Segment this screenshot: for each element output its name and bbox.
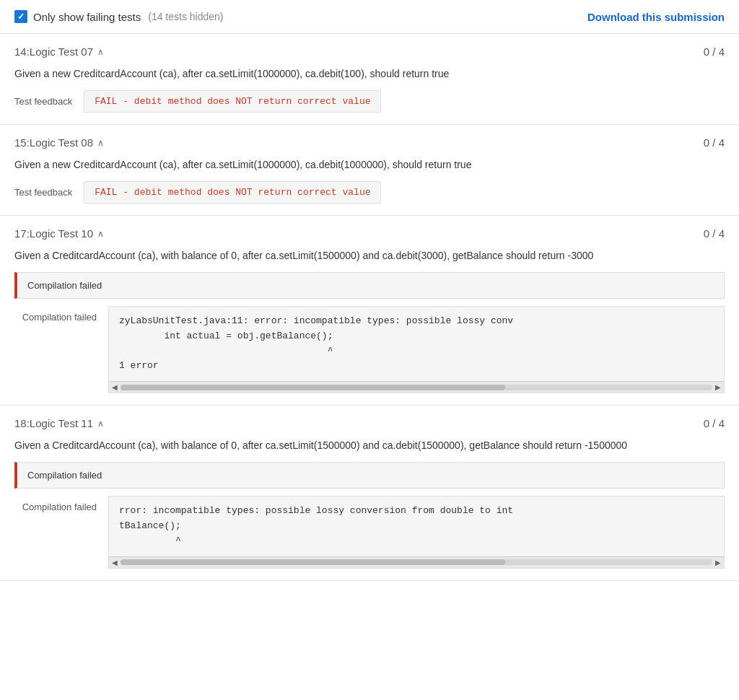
compilation-failed-bar-17: Compilation failed xyxy=(14,272,725,299)
feedback-row-14: Test feedback FAIL - debit method does N… xyxy=(14,90,725,113)
test-description-18: Given a CreditcardAccount (ca), with bal… xyxy=(14,438,725,453)
test-title-15: 15:Logic Test 08 ∧ xyxy=(14,136,104,149)
test-title-17: 17:Logic Test 10 ∧ xyxy=(14,227,104,240)
test-header-18: 18:Logic Test 11 ∧ 0 / 4 xyxy=(14,417,725,429)
chevron-icon-14[interactable]: ∧ xyxy=(97,47,104,57)
scroll-right-18[interactable]: ▶ xyxy=(715,559,721,566)
test-score-14: 0 / 4 xyxy=(704,45,725,58)
checkbox-icon[interactable] xyxy=(14,10,27,23)
scroll-thumb-17 xyxy=(121,385,505,390)
test-title-label-14: 14:Logic Test 07 xyxy=(14,45,93,58)
test-description-17: Given a CreditcardAccount (ca), with bal… xyxy=(14,248,725,263)
scrollbar-18[interactable]: ◀ ▶ xyxy=(109,556,724,568)
code-label-18: Compilation failed xyxy=(14,496,108,512)
scroll-thumb-18 xyxy=(121,559,505,565)
feedback-label-15: Test feedback xyxy=(14,187,72,198)
test-score-15: 0 / 4 xyxy=(704,136,725,149)
feedback-label-14: Test feedback xyxy=(14,96,72,107)
checkbox-label: Only show failing tests xyxy=(33,11,141,23)
test-section-17: 17:Logic Test 10 ∧ 0 / 4 Given a Creditc… xyxy=(0,216,739,406)
scroll-right-17[interactable]: ▶ xyxy=(715,383,721,391)
test-section-18: 18:Logic Test 11 ∧ 0 / 4 Given a Creditc… xyxy=(0,406,739,580)
test-section-14: 14:Logic Test 07 ∧ 0 / 4 Given a new Cre… xyxy=(0,34,739,125)
scrollbar-17[interactable]: ◀ ▶ xyxy=(109,381,724,393)
compilation-failed-label-18: Compilation failed xyxy=(27,470,102,481)
chevron-icon-18[interactable]: ∧ xyxy=(97,419,104,429)
download-link[interactable]: Download this submission xyxy=(587,11,725,23)
chevron-icon-15[interactable]: ∧ xyxy=(97,138,104,148)
test-title-label-17: 17:Logic Test 10 xyxy=(14,227,93,240)
test-description-15: Given a new CreditcardAccount (ca), afte… xyxy=(14,157,725,172)
test-title-18: 18:Logic Test 11 ∧ xyxy=(14,417,104,429)
scroll-left-18[interactable]: ◀ xyxy=(112,559,118,566)
test-title-label-15: 15:Logic Test 08 xyxy=(14,136,93,149)
code-box-18[interactable]: rror: incompatible types: possible lossy… xyxy=(108,496,725,568)
chevron-icon-17[interactable]: ∧ xyxy=(97,229,104,239)
feedback-box-14: FAIL - debit method does NOT return corr… xyxy=(84,90,381,113)
code-box-17[interactable]: zyLabsUnitTest.java:11: error: incompati… xyxy=(108,306,725,393)
hidden-count: (14 tests hidden) xyxy=(148,11,223,22)
compilation-failed-bar-18: Compilation failed xyxy=(14,462,725,489)
test-header-15: 15:Logic Test 08 ∧ 0 / 4 xyxy=(14,136,725,149)
tests-container: 14:Logic Test 07 ∧ 0 / 4 Given a new Cre… xyxy=(0,34,739,581)
scroll-left-17[interactable]: ◀ xyxy=(112,383,118,391)
feedback-box-15: FAIL - debit method does NOT return corr… xyxy=(84,181,381,204)
test-score-18: 0 / 4 xyxy=(704,417,725,429)
compilation-failed-label-17: Compilation failed xyxy=(27,280,102,291)
test-title-label-18: 18:Logic Test 11 xyxy=(14,417,93,429)
test-header-14: 14:Logic Test 07 ∧ 0 / 4 xyxy=(14,45,725,58)
test-score-17: 0 / 4 xyxy=(704,227,725,240)
failing-tests-checkbox[interactable]: Only show failing tests xyxy=(14,10,141,23)
scroll-track-17[interactable] xyxy=(121,385,712,390)
test-title-14: 14:Logic Test 07 ∧ xyxy=(14,45,104,58)
code-block-17: Compilation failed zyLabsUnitTest.java:1… xyxy=(14,306,725,393)
test-section-15: 15:Logic Test 08 ∧ 0 / 4 Given a new Cre… xyxy=(0,125,739,216)
code-block-18: Compilation failed rror: incompatible ty… xyxy=(14,496,725,568)
top-bar-left: Only show failing tests (14 tests hidden… xyxy=(14,10,224,23)
feedback-row-15: Test feedback FAIL - debit method does N… xyxy=(14,181,725,204)
code-label-17: Compilation failed xyxy=(14,306,108,323)
test-header-17: 17:Logic Test 10 ∧ 0 / 4 xyxy=(14,227,725,240)
code-content-17: zyLabsUnitTest.java:11: error: incompati… xyxy=(109,307,724,381)
scroll-track-18[interactable] xyxy=(121,559,712,565)
test-description-14: Given a new CreditcardAccount (ca), afte… xyxy=(14,66,725,82)
top-bar: Only show failing tests (14 tests hidden… xyxy=(0,0,739,34)
code-content-18: rror: incompatible types: possible lossy… xyxy=(109,496,724,556)
